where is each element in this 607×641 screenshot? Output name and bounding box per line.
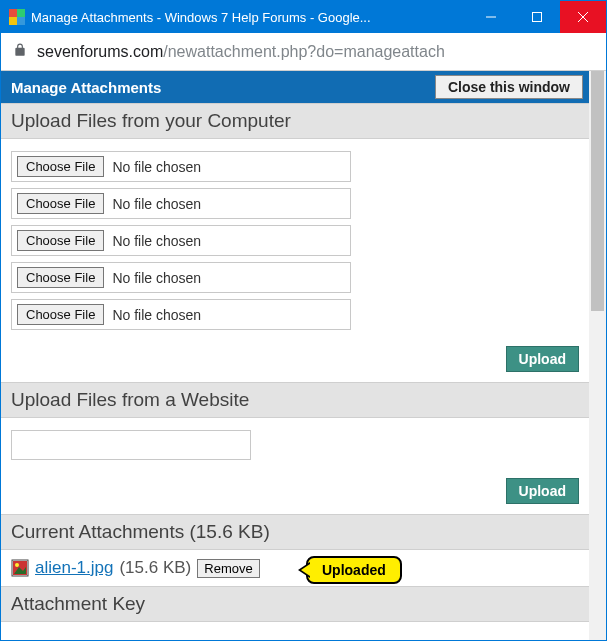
upload-button[interactable]: Upload <box>506 478 579 504</box>
section-current-title: Current Attachments (15.6 KB) <box>1 514 589 550</box>
file-row: Choose File No file chosen <box>11 299 351 330</box>
choose-file-button[interactable]: Choose File <box>17 230 104 251</box>
section-computer-title: Upload Files from your Computer <box>1 103 589 139</box>
attachment-name-link[interactable]: alien-1.jpg <box>35 558 113 578</box>
svg-rect-1 <box>533 13 542 22</box>
url-host: sevenforums.com <box>37 43 163 60</box>
window-titlebar: Manage Attachments - Windows 7 Help Foru… <box>1 1 606 33</box>
choose-file-button[interactable]: Choose File <box>17 304 104 325</box>
uploaded-callout: Uploaded <box>306 556 402 584</box>
remove-attachment-button[interactable]: Remove <box>197 559 259 578</box>
image-file-icon <box>11 559 29 577</box>
computer-upload-area: Choose File No file chosen Choose File N… <box>1 139 589 340</box>
page-viewport: Manage Attachments Close this window Upl… <box>1 71 606 641</box>
close-button[interactable] <box>560 1 606 33</box>
svg-point-6 <box>15 563 19 567</box>
computer-upload-button-row: Upload <box>1 340 589 382</box>
attachment-row: alien-1.jpg (15.6 KB) Remove Uploaded <box>1 550 589 586</box>
file-row: Choose File No file chosen <box>11 151 351 182</box>
attachment-size: (15.6 KB) <box>119 558 191 578</box>
file-status-text: No file chosen <box>112 233 201 249</box>
minimize-button[interactable] <box>468 1 514 33</box>
lock-icon <box>13 43 27 61</box>
website-upload-button-row: Upload <box>1 472 589 514</box>
scrollbar-track[interactable] <box>589 71 606 641</box>
file-row: Choose File No file chosen <box>11 225 351 256</box>
section-key-title: Attachment Key <box>1 586 589 622</box>
website-upload-area <box>1 418 589 472</box>
file-row: Choose File No file chosen <box>11 262 351 293</box>
choose-file-button[interactable]: Choose File <box>17 193 104 214</box>
choose-file-button[interactable]: Choose File <box>17 267 104 288</box>
app-icon <box>9 9 25 25</box>
choose-file-button[interactable]: Choose File <box>17 156 104 177</box>
panel-header: Manage Attachments Close this window <box>1 71 589 103</box>
website-url-input[interactable] <box>11 430 251 460</box>
maximize-button[interactable] <box>514 1 560 33</box>
file-status-text: No file chosen <box>112 307 201 323</box>
window-title: Manage Attachments - Windows 7 Help Foru… <box>31 10 468 25</box>
file-status-text: No file chosen <box>112 159 201 175</box>
close-window-button[interactable]: Close this window <box>435 75 583 99</box>
file-status-text: No file chosen <box>112 270 201 286</box>
scrollbar-thumb[interactable] <box>591 71 604 311</box>
upload-button[interactable]: Upload <box>506 346 579 372</box>
url-path: /newattachment.php?do=manageattach <box>163 43 445 60</box>
address-bar[interactable]: sevenforums.com/newattachment.php?do=man… <box>1 33 606 71</box>
panel-title: Manage Attachments <box>7 79 161 96</box>
section-website-title: Upload Files from a Website <box>1 382 589 418</box>
file-row: Choose File No file chosen <box>11 188 351 219</box>
url-text: sevenforums.com/newattachment.php?do=man… <box>37 43 445 61</box>
file-status-text: No file chosen <box>112 196 201 212</box>
